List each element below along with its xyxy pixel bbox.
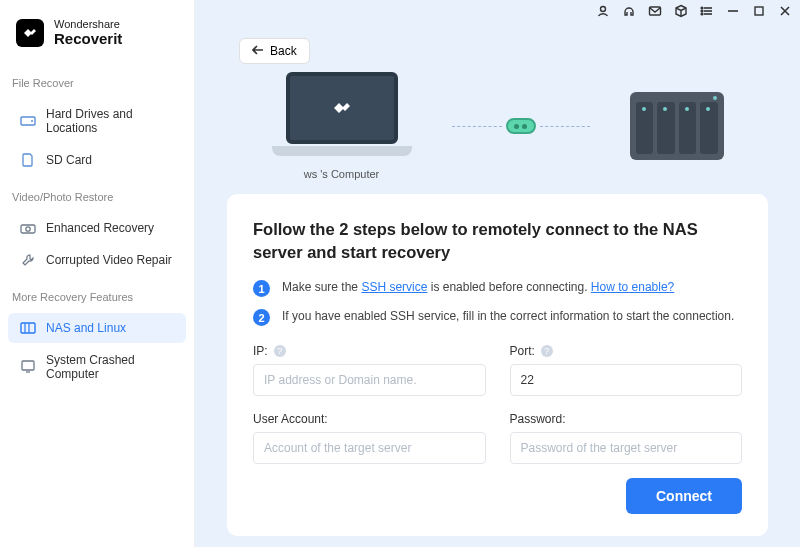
sdcard-icon [20, 153, 36, 167]
list-icon[interactable] [700, 4, 714, 18]
user-input[interactable] [253, 432, 486, 464]
sidebar-item-system-crashed[interactable]: System Crashed Computer [8, 345, 186, 389]
svg-point-1 [31, 120, 33, 122]
svg-point-14 [701, 7, 703, 9]
app-logo: Wondershare Recoverit [0, 18, 194, 63]
svg-point-9 [601, 7, 606, 12]
section-title-file-recover: File Recover [0, 63, 194, 97]
minimize-icon[interactable] [726, 4, 740, 18]
headset-icon[interactable] [622, 4, 636, 18]
wrench-icon [20, 253, 36, 267]
svg-rect-7 [22, 361, 34, 370]
sidebar-item-label: Enhanced Recovery [46, 221, 154, 235]
section-title-video-restore: Video/Photo Restore [0, 177, 194, 211]
connection-status-icon [506, 118, 536, 134]
drive-icon [20, 114, 36, 128]
connection-line [452, 118, 590, 134]
user-label: User Account: [253, 412, 486, 426]
svg-point-15 [701, 10, 703, 12]
step-number-2: 2 [253, 309, 270, 326]
sidebar-item-nas-linux[interactable]: NAS and Linux [8, 313, 186, 343]
connection-form: IP:? Port:? User Account: Password: [253, 344, 742, 464]
port-input[interactable] [510, 364, 743, 396]
step-1: 1 Make sure the SSH service is enabled b… [253, 280, 742, 297]
sidebar-item-label: NAS and Linux [46, 321, 126, 335]
connection-panel: Follow the 2 steps below to remotely con… [227, 194, 768, 536]
laptop-icon [272, 72, 412, 160]
sidebar-item-enhanced-recovery[interactable]: Enhanced Recovery [8, 213, 186, 243]
ssh-service-link[interactable]: SSH service [361, 280, 427, 294]
sidebar-item-corrupted-video[interactable]: Corrupted Video Repair [8, 245, 186, 275]
step-2: 2 If you have enabled SSH service, fill … [253, 309, 742, 326]
mail-icon[interactable] [648, 4, 662, 18]
help-icon[interactable]: ? [541, 345, 553, 357]
sidebar-item-label: Hard Drives and Locations [46, 107, 174, 135]
camera-icon [20, 221, 36, 235]
password-field: Password: [510, 412, 743, 464]
connect-button[interactable]: Connect [626, 478, 742, 514]
ip-input[interactable] [253, 364, 486, 396]
svg-point-3 [26, 227, 30, 231]
titlebar [596, 4, 792, 18]
help-icon[interactable]: ? [274, 345, 286, 357]
computer-label: ws 's Computer [272, 168, 412, 180]
sidebar-item-sd-card[interactable]: SD Card [8, 145, 186, 175]
ip-field: IP:? [253, 344, 486, 396]
port-label: Port:? [510, 344, 743, 358]
connection-illustration: ws 's Computer [195, 0, 800, 184]
nas-device-icon [630, 92, 724, 160]
back-button-label: Back [270, 44, 297, 58]
step-number-1: 1 [253, 280, 270, 297]
cube-icon[interactable] [674, 4, 688, 18]
ip-label: IP:? [253, 344, 486, 358]
svg-rect-18 [755, 7, 763, 15]
sidebar-item-label: System Crashed Computer [46, 353, 174, 381]
nas-icon [20, 321, 36, 335]
svg-rect-4 [21, 323, 35, 333]
close-icon[interactable] [778, 4, 792, 18]
back-button[interactable]: Back [239, 38, 310, 64]
panel-heading: Follow the 2 steps below to remotely con… [253, 218, 742, 264]
port-field: Port:? [510, 344, 743, 396]
monitor-icon [20, 360, 36, 374]
sidebar-item-label: SD Card [46, 153, 92, 167]
sidebar: Wondershare Recoverit File Recover Hard … [0, 0, 195, 547]
maximize-icon[interactable] [752, 4, 766, 18]
password-label: Password: [510, 412, 743, 426]
svg-point-16 [701, 13, 703, 15]
logo-text: Wondershare Recoverit [54, 18, 122, 47]
arrow-left-icon [252, 44, 264, 58]
sidebar-item-label: Corrupted Video Repair [46, 253, 172, 267]
sidebar-item-hard-drives[interactable]: Hard Drives and Locations [8, 99, 186, 143]
user-icon[interactable] [596, 4, 610, 18]
how-to-enable-link[interactable]: How to enable? [591, 280, 674, 294]
section-title-more-features: More Recovery Features [0, 277, 194, 311]
password-input[interactable] [510, 432, 743, 464]
logo-icon [16, 19, 44, 47]
user-field: User Account: [253, 412, 486, 464]
main-area: Back ws 's Computer Follow the 2 step [195, 0, 800, 547]
